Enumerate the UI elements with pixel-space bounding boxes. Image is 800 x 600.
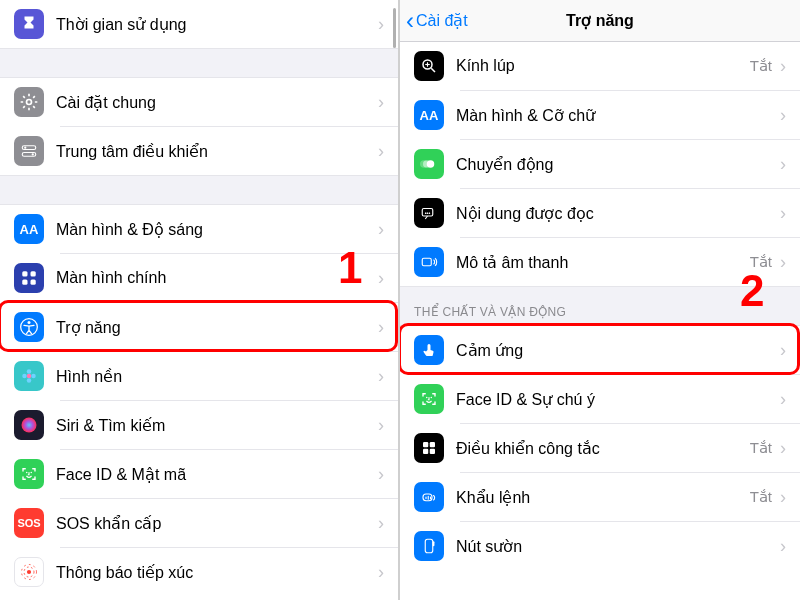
back-label: Cài đặt (416, 11, 468, 30)
settings-row[interactable]: Thông báo tiếp xúc› (0, 548, 398, 596)
svg-line-23 (431, 68, 435, 72)
settings-row[interactable]: AAMàn hình & Độ sáng› (0, 205, 398, 253)
svg-point-32 (426, 397, 428, 399)
settings-row[interactable]: Điều khiển công tắcTắt› (400, 424, 800, 472)
settings-row[interactable]: Cài đặt chung› (0, 78, 398, 126)
chevron-right-icon: › (378, 513, 384, 534)
accessibility-pane: ‹ Cài đặt Trợ năng Kính lúpTắt›AAMàn hìn… (400, 0, 800, 600)
svg-point-13 (27, 378, 32, 383)
faceid-icon (14, 459, 44, 489)
sos-icon: SOS (14, 508, 44, 538)
siri-icon (14, 410, 44, 440)
svg-rect-39 (425, 539, 433, 553)
chevron-right-icon: › (378, 464, 384, 485)
settings-row[interactable]: Trợ năng› (0, 303, 398, 351)
section-header: THỂ CHẤT VÀ VẬN ĐỘNG (400, 286, 800, 326)
switches-icon (14, 136, 44, 166)
svg-point-18 (31, 472, 33, 474)
settings-row[interactable]: Face ID & Mật mã› (0, 450, 398, 498)
chevron-right-icon: › (378, 219, 384, 240)
chevron-right-icon: › (780, 389, 786, 410)
settings-row[interactable]: Face ID & Sự chú ý› (400, 375, 800, 423)
settings-row[interactable]: Siri & Tìm kiếm› (0, 401, 398, 449)
row-label: Mô tả âm thanh (456, 253, 750, 272)
settings-row[interactable]: Kính lúpTắt› (400, 42, 800, 90)
settings-row[interactable]: Nút sườn› (400, 522, 800, 570)
svg-rect-31 (422, 258, 431, 266)
svg-rect-35 (430, 442, 435, 447)
row-label: Nút sườn (456, 537, 776, 556)
settings-row[interactable]: SOSSOS khẩn cấp› (0, 499, 398, 547)
chevron-right-icon: › (780, 154, 786, 175)
settings-row[interactable]: •••Nội dung được đọc› (400, 189, 800, 237)
row-label: Màn hình & Cỡ chữ (456, 106, 776, 125)
AA-icon: AA (414, 100, 444, 130)
svg-point-15 (31, 374, 36, 379)
row-value: Tắt (750, 439, 772, 457)
settings-row[interactable]: Cảm ứng› (400, 326, 800, 374)
row-label: Thời gian sử dụng (56, 15, 374, 34)
gear-icon (14, 87, 44, 117)
svg-rect-34 (423, 442, 428, 447)
svg-point-33 (431, 397, 433, 399)
chevron-right-icon: › (780, 340, 786, 361)
row-label: Hình nền (56, 367, 374, 386)
chevron-right-icon: › (378, 562, 384, 583)
chevron-right-icon: › (780, 252, 786, 273)
settings-row[interactable]: Hình nền› (0, 352, 398, 400)
scroll-indicator (393, 8, 396, 48)
touch-icon (414, 335, 444, 365)
row-label: Màn hình & Độ sáng (56, 220, 374, 239)
row-label: Siri & Tìm kiếm (56, 416, 374, 435)
exposure-icon (14, 557, 44, 587)
svg-rect-7 (22, 280, 27, 285)
magnify-icon (414, 51, 444, 81)
faceid-icon (414, 384, 444, 414)
page-title: Trợ năng (566, 11, 634, 30)
accessibility-icon (14, 312, 44, 342)
settings-row[interactable]: Trung tâm điều khiển› (0, 127, 398, 175)
settings-row[interactable]: Màn hình chính› (0, 254, 398, 302)
row-label: Thông báo tiếp xúc (56, 563, 374, 582)
settings-list-right: Kính lúpTắt›AAMàn hình & Cỡ chữ›Chuyển đ… (400, 42, 800, 570)
svg-rect-36 (423, 449, 428, 454)
chevron-right-icon: › (780, 536, 786, 557)
svg-rect-5 (22, 271, 27, 276)
row-label: SOS khẩn cấp (56, 514, 374, 533)
chevron-right-icon: › (378, 14, 384, 35)
row-label: Cài đặt chung (56, 93, 374, 112)
row-value: Tắt (750, 253, 772, 271)
chevron-right-icon: › (378, 415, 384, 436)
settings-row[interactable]: Thời gian sử dụng› (0, 0, 398, 48)
row-label: Trung tâm điều khiển (56, 142, 374, 161)
svg-point-10 (28, 321, 31, 324)
navbar: ‹ Cài đặt Trợ năng (400, 0, 800, 42)
settings-row[interactable]: AAMàn hình & Cỡ chữ› (400, 91, 800, 139)
chevron-right-icon: › (780, 56, 786, 77)
settings-list-left: Thời gian sử dụng›Cài đặt chung›Trung tâ… (0, 0, 398, 596)
chevron-right-icon: › (780, 105, 786, 126)
row-label: Màn hình chính (56, 269, 374, 287)
row-label: Face ID & Sự chú ý (456, 390, 776, 409)
svg-rect-37 (430, 449, 435, 454)
audiodesc-icon (414, 247, 444, 277)
settings-row[interactable]: Khẩu lệnhTắt› (400, 473, 800, 521)
settings-row[interactable]: Chuyển động› (400, 140, 800, 188)
svg-point-12 (27, 369, 32, 374)
grid-blue-icon (14, 263, 44, 293)
settings-row[interactable]: Mô tả âm thanhTắt› (400, 238, 800, 286)
svg-point-28 (420, 160, 428, 168)
svg-text:•••: ••• (425, 210, 431, 216)
motion-icon (414, 149, 444, 179)
row-label: Cảm ứng (456, 341, 776, 360)
chevron-right-icon: › (780, 438, 786, 459)
row-label: Trợ năng (56, 318, 374, 337)
voice-icon (414, 482, 444, 512)
chevron-right-icon: › (780, 487, 786, 508)
row-label: Chuyển động (456, 155, 776, 174)
svg-rect-8 (31, 280, 36, 285)
back-button[interactable]: ‹ Cài đặt (400, 9, 468, 33)
speak-icon: ••• (414, 198, 444, 228)
AA-icon: AA (14, 214, 44, 244)
svg-point-4 (32, 153, 34, 155)
